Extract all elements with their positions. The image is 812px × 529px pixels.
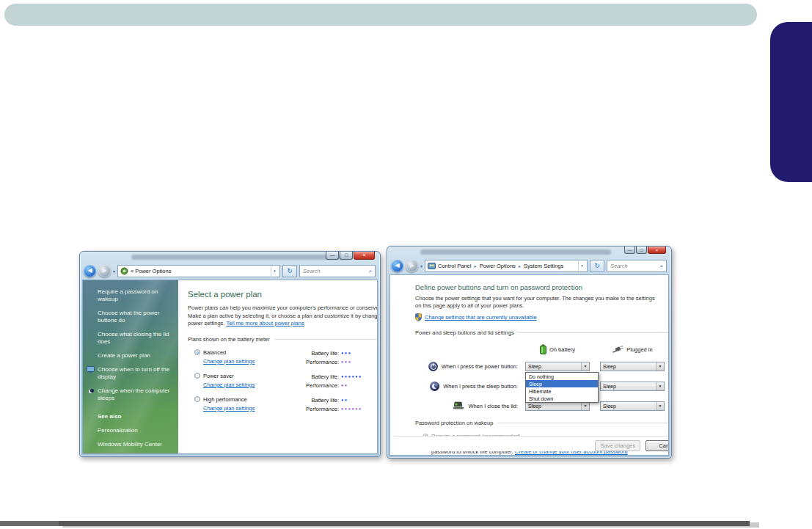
page-header-bar bbox=[4, 4, 757, 26]
sidebar-item-power-buttons[interactable]: Choose what the power buttons do bbox=[98, 310, 175, 324]
power-button-on-battery-select[interactable]: Sleep ▼ bbox=[525, 362, 590, 371]
power-button-plugged-in-select[interactable]: Sleep ▼ bbox=[600, 362, 665, 371]
close-button[interactable]: × bbox=[648, 247, 666, 254]
address-dropdown-icon[interactable]: ▾ bbox=[578, 260, 585, 271]
address-field[interactable]: Control Panel ▸ Power Options ▸ System S… bbox=[425, 260, 588, 272]
search-input[interactable]: Search ⌕ bbox=[299, 265, 376, 277]
refresh-icon[interactable]: ↻ bbox=[282, 265, 297, 277]
sleep-button-plugged-in-select[interactable]: Sleep ▼ bbox=[600, 382, 665, 391]
address-dropdown-icon[interactable]: ▾ bbox=[271, 266, 278, 277]
chevron-down-icon[interactable]: ▼ bbox=[656, 382, 664, 390]
select-value: Sleep bbox=[603, 404, 616, 409]
change-plan-settings-link[interactable]: Change plan settings bbox=[203, 405, 299, 412]
sidebar-item-computer-sleeps[interactable]: Change when the computer sleeps bbox=[98, 387, 175, 402]
performance-label: Performance: bbox=[299, 405, 339, 414]
sidebar-item-turn-off-display[interactable]: Choose when to turn off the display bbox=[98, 366, 175, 381]
sidebar-item-closing-lid[interactable]: Choose what closing the lid does bbox=[98, 331, 175, 346]
power-settings-grid: On battery Plugged in When I press the p… bbox=[415, 343, 669, 412]
radio-high-performance[interactable] bbox=[194, 396, 200, 402]
dialog-footer: Save changes Cancel bbox=[394, 436, 669, 451]
battery-icon bbox=[540, 344, 546, 354]
radio-balanced[interactable] bbox=[194, 349, 200, 355]
chevron-down-icon[interactable]: ▼ bbox=[581, 362, 589, 371]
search-icon[interactable]: ⌕ bbox=[660, 263, 663, 270]
title-bar-blurred-text bbox=[131, 255, 351, 260]
title-bar[interactable]: — □ × bbox=[80, 252, 380, 263]
breadcrumb-separator: ▸ bbox=[473, 264, 478, 269]
change-unavailable-settings-link[interactable]: Change settings that are currently unava… bbox=[425, 314, 537, 321]
lid-icon bbox=[453, 401, 464, 410]
breadcrumb[interactable]: « Power Options bbox=[131, 268, 268, 274]
performance-dots: ●●● bbox=[341, 360, 351, 364]
power-button-icon bbox=[428, 362, 438, 371]
breadcrumb-control-panel[interactable]: Control Panel bbox=[438, 263, 471, 269]
manual-page: { "colors": { "header_bar": "#c3d5d2", "… bbox=[0, 0, 812, 529]
password-section-header: Password protection on wakeup bbox=[415, 420, 669, 426]
plan-left: Power saver Change plan settings bbox=[188, 373, 299, 390]
close-button[interactable]: × bbox=[354, 252, 375, 260]
minimize-button[interactable]: — bbox=[326, 252, 339, 260]
sidebar-item-mobility-center[interactable]: Windows Mobility Center bbox=[98, 441, 175, 448]
page-title: Select a power plan bbox=[188, 290, 378, 299]
sidebar-item-create-plan[interactable]: Create a power plan bbox=[98, 352, 175, 360]
title-bar-blurred-text bbox=[420, 249, 611, 255]
power-options-icon bbox=[120, 267, 128, 275]
forward-icon[interactable]: ▶ bbox=[406, 260, 418, 272]
section-rule bbox=[274, 339, 378, 340]
dropdown-option-shut-down[interactable]: Shut down bbox=[526, 395, 598, 402]
back-icon[interactable]: ◀ bbox=[84, 265, 96, 277]
search-placeholder: Search bbox=[303, 268, 321, 274]
power-options-window: — □ × ◀ ▶ ▾ « Power Options ▾ ↻ Search ⌕… bbox=[79, 251, 381, 457]
history-chevron-icon[interactable]: ▾ bbox=[420, 263, 423, 269]
radio-power-saver[interactable] bbox=[194, 373, 200, 379]
search-icon[interactable]: ⌕ bbox=[369, 268, 372, 275]
see-also-header: See also bbox=[98, 413, 175, 420]
chapter-side-tab bbox=[770, 22, 812, 182]
breadcrumb-system-settings[interactable]: System Settings bbox=[524, 263, 563, 269]
breadcrumb-power-options[interactable]: Power Options bbox=[480, 263, 516, 269]
forward-icon[interactable]: ▶ bbox=[98, 265, 111, 277]
chevron-down-icon[interactable]: ▼ bbox=[656, 362, 664, 371]
plan-metrics: Battery life:●● Performance:●●●●●● bbox=[299, 396, 362, 414]
battery-dots: ●● bbox=[341, 398, 348, 402]
window-controls: — □ × bbox=[624, 247, 666, 254]
open-dropdown-list: Do nothing Sleep Hibernate Shut down bbox=[525, 372, 599, 403]
breadcrumb[interactable]: Control Panel ▸ Power Options ▸ System S… bbox=[438, 263, 576, 269]
battery-life-label: Battery life: bbox=[299, 349, 339, 358]
performance-label: Performance: bbox=[299, 358, 339, 367]
maximize-button[interactable]: □ bbox=[340, 252, 353, 260]
plug-icon bbox=[612, 346, 623, 353]
chevron-down-icon[interactable]: ▼ bbox=[656, 402, 664, 410]
page-footer-segment bbox=[0, 521, 59, 526]
history-chevron-icon[interactable]: ▾ bbox=[113, 269, 115, 274]
maximize-button[interactable]: □ bbox=[636, 247, 647, 254]
window-body: Require a password on wakeup Choose what… bbox=[82, 280, 378, 454]
system-settings-window: — □ × ◀ ▶ ▾ Control Panel ▸ Power Option… bbox=[387, 246, 672, 459]
change-plan-settings-link[interactable]: Change plan settings bbox=[203, 358, 299, 365]
change-plan-settings-link[interactable]: Change plan settings bbox=[203, 382, 299, 388]
sidebar-item-require-password[interactable]: Require a password on wakeup bbox=[98, 288, 175, 303]
plans-section-header: Plans shown on the battery meter bbox=[188, 336, 378, 343]
plan-row-power-saver: Power saver Change plan settings Battery… bbox=[188, 373, 378, 390]
plan-name: Balanced bbox=[203, 349, 226, 356]
address-field[interactable]: « Power Options ▾ bbox=[117, 265, 280, 277]
address-bar: ◀ ▶ ▾ Control Panel ▸ Power Options ▸ Sy… bbox=[387, 258, 671, 274]
save-changes-button[interactable]: Save changes bbox=[595, 440, 640, 451]
intro-text: Power plans can help you maximize your c… bbox=[188, 304, 378, 328]
cancel-button[interactable]: Cancel bbox=[645, 440, 669, 451]
refresh-icon[interactable]: ↻ bbox=[590, 260, 604, 272]
section-label: Password protection on wakeup bbox=[415, 420, 493, 426]
plan-name: Power saver bbox=[203, 373, 234, 379]
minimize-button[interactable]: — bbox=[624, 247, 635, 254]
dropdown-option-hibernate[interactable]: Hibernate bbox=[526, 387, 598, 395]
dropdown-option-sleep[interactable]: Sleep bbox=[526, 380, 598, 387]
section-rule bbox=[497, 423, 669, 423]
tell-me-more-link[interactable]: Tell me more about power plans bbox=[226, 320, 304, 326]
search-input[interactable]: Search ⌕ bbox=[607, 260, 667, 272]
dropdown-option-do-nothing[interactable]: Do nothing bbox=[526, 373, 598, 380]
title-bar[interactable]: — □ × bbox=[387, 247, 671, 258]
close-lid-plugged-in-select[interactable]: Sleep ▼ bbox=[600, 401, 665, 411]
chevron-down-icon[interactable]: ▼ bbox=[581, 402, 589, 410]
back-icon[interactable]: ◀ bbox=[391, 260, 403, 272]
sidebar-item-personalization[interactable]: Personalization bbox=[98, 427, 175, 434]
